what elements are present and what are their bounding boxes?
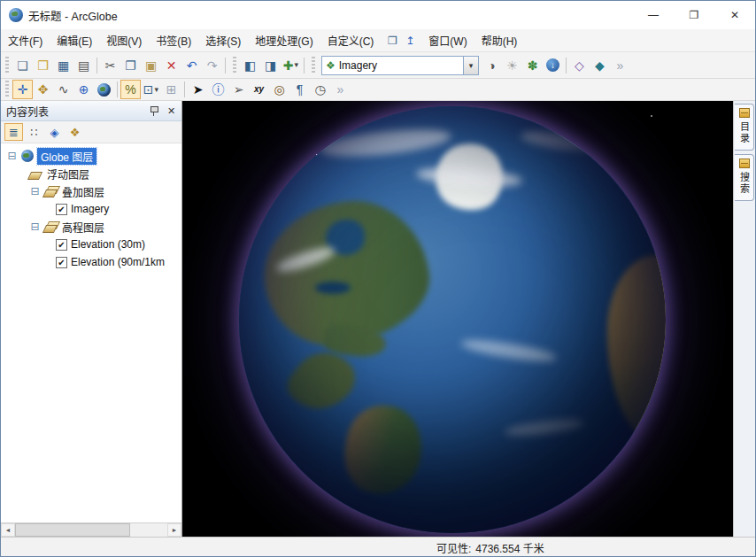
pan-tool-icon[interactable]: ✥ bbox=[33, 80, 53, 99]
chevron-down-icon: ▾ bbox=[155, 86, 159, 94]
menu-window[interactable]: 窗口(W) bbox=[421, 29, 474, 51]
scrollbar-track[interactable] bbox=[15, 523, 167, 537]
up-arrow-icon[interactable]: ↥ bbox=[402, 33, 418, 49]
menu-view[interactable]: 视图(V) bbox=[99, 29, 149, 51]
swipe-icon[interactable]: ◇ bbox=[569, 56, 590, 75]
tree-row-floating-layers[interactable]: 浮动图层 bbox=[1, 165, 181, 182]
toolbar-separator bbox=[184, 81, 185, 97]
menu-geoprocessing[interactable]: 地理处理(G) bbox=[248, 29, 320, 51]
toc-close-button[interactable]: ✕ bbox=[164, 104, 179, 119]
save-icon[interactable]: ▦ bbox=[53, 56, 73, 75]
viewer-3d-icon[interactable]: ◨ bbox=[260, 56, 281, 75]
elevation-layers-label[interactable]: 高程图层 bbox=[62, 220, 104, 235]
new-document-icon[interactable]: ❏ bbox=[12, 56, 33, 75]
menu-help[interactable]: 帮助(H) bbox=[474, 29, 525, 51]
center-target-icon[interactable]: ⊕ bbox=[73, 80, 94, 99]
paste-special-icon[interactable]: ❐ bbox=[384, 33, 400, 49]
elevation-90m-label[interactable]: Elevation (90m/1km bbox=[71, 256, 165, 268]
collapse-icon[interactable]: ⊟ bbox=[29, 185, 41, 197]
visibility-readout: 可见性: 4736.554 千米 bbox=[436, 540, 544, 555]
list-by-visibility-icon[interactable]: ◈ bbox=[45, 123, 64, 141]
magnifier-window-button[interactable]: ⊡ ▾ bbox=[141, 80, 161, 99]
menu-selection[interactable]: 选择(S) bbox=[198, 29, 248, 51]
maximize-button[interactable]: ❐ bbox=[674, 1, 714, 29]
floating-layers-label[interactable]: 浮动图层 bbox=[47, 166, 89, 182]
standard-toolbar: ❏ ❒ ▦ ▤ ✂ ❐ ▣ ✕ ↶ ↷ ◧ ◨ ✚ ▾ ❖ Imagery ▾ … bbox=[1, 52, 755, 79]
layers-icon: ❖ bbox=[326, 59, 336, 72]
tree-row-elevation-30m[interactable]: ✔ Elevation (30m) bbox=[1, 236, 181, 253]
flicker-icon[interactable]: ◆ bbox=[590, 56, 610, 75]
minimize-button[interactable]: — bbox=[633, 1, 674, 29]
open-folder-icon[interactable]: ❒ bbox=[33, 56, 53, 75]
viewer-box-icon[interactable]: ⊞ bbox=[161, 80, 181, 99]
collapse-icon[interactable]: ⊟ bbox=[6, 150, 18, 162]
imagery-label[interactable]: Imagery bbox=[71, 203, 109, 215]
toolbar-overflow-icon[interactable]: » bbox=[610, 56, 630, 75]
toolbar-grip[interactable] bbox=[233, 57, 236, 74]
redo-icon[interactable]: ↷ bbox=[202, 56, 222, 75]
layer-combo[interactable]: ❖ Imagery ▾ bbox=[321, 56, 479, 75]
menu-edit[interactable]: 编辑(E) bbox=[50, 29, 99, 51]
combo-dropdown-button[interactable]: ▾ bbox=[463, 57, 478, 74]
undo-icon[interactable]: ↶ bbox=[181, 56, 202, 75]
tree-row-globe-layers[interactable]: ⊟ Globe 图层 bbox=[1, 147, 181, 165]
scroll-left-icon[interactable]: ◄ bbox=[1, 523, 15, 537]
go-to-xy-button[interactable]: xy bbox=[249, 80, 269, 99]
print-icon[interactable]: ▤ bbox=[73, 56, 94, 75]
list-by-drawing-order-icon[interactable]: ≣ bbox=[4, 123, 23, 141]
select-elements-icon[interactable]: ➤ bbox=[188, 80, 208, 99]
globe-viewport[interactable] bbox=[182, 101, 733, 537]
time-slider-icon[interactable]: ◷ bbox=[310, 80, 330, 99]
imagery-checkbox[interactable]: ✔ bbox=[56, 204, 67, 215]
tab-catalog[interactable]: 目录 bbox=[735, 104, 754, 151]
viewer-2d-icon[interactable]: ◧ bbox=[240, 56, 260, 75]
delete-icon[interactable]: ✕ bbox=[161, 56, 181, 75]
list-by-selection-icon[interactable]: ❖ bbox=[66, 123, 84, 141]
tab-search[interactable]: 搜索 bbox=[735, 154, 754, 201]
draped-layers-label[interactable]: 叠加图层 bbox=[62, 184, 104, 199]
scroll-right-icon[interactable]: ► bbox=[167, 523, 181, 537]
paste-icon[interactable]: ▣ bbox=[141, 56, 161, 75]
toolbar-grip[interactable] bbox=[312, 57, 315, 74]
menu-bookmarks[interactable]: 书签(B) bbox=[149, 29, 198, 51]
menu-customize[interactable]: 自定义(C) bbox=[320, 29, 382, 51]
scrollbar-thumb[interactable] bbox=[15, 523, 130, 537]
close-button[interactable]: ✕ bbox=[714, 1, 755, 29]
toc-horizontal-scrollbar[interactable]: ◄ ► bbox=[1, 522, 181, 537]
toolbar-separator bbox=[117, 81, 118, 97]
zoom-percent-icon[interactable]: % bbox=[120, 80, 141, 99]
window-title: 无标题 - ArcGlobe bbox=[28, 7, 118, 24]
brightness-icon[interactable]: ☀ bbox=[502, 56, 522, 75]
whats-this-icon[interactable]: ➢ bbox=[228, 80, 249, 99]
auto-hide-pin-button[interactable] bbox=[146, 104, 161, 119]
globe-layers-label[interactable]: Globe 图层 bbox=[37, 148, 96, 165]
toc-title: 内容列表 bbox=[6, 104, 49, 119]
toolbar-grip[interactable] bbox=[5, 57, 9, 74]
find-icon[interactable]: ◎ bbox=[269, 80, 289, 99]
elevation-30m-label[interactable]: Elevation (30m) bbox=[71, 238, 145, 251]
elevation-30m-checkbox[interactable]: ✔ bbox=[56, 239, 67, 251]
toolbar-overflow-icon[interactable]: » bbox=[330, 80, 351, 99]
cut-icon[interactable]: ✂ bbox=[100, 56, 120, 75]
navigate-globe-button[interactable]: ↓ bbox=[543, 56, 563, 75]
add-data-button[interactable]: ✚ ▾ bbox=[281, 56, 301, 75]
tree-row-draped-layers[interactable]: ⊟ 叠加图层 bbox=[1, 182, 181, 200]
title-bar: 无标题 - ArcGlobe — ❐ ✕ bbox=[1, 1, 755, 29]
tree-row-elevation-90m[interactable]: ✔ Elevation (90m/1km bbox=[1, 253, 181, 271]
effects-icon[interactable]: ✽ bbox=[522, 56, 543, 75]
earth-globe bbox=[239, 106, 666, 533]
identify-icon[interactable]: ⓘ bbox=[208, 80, 228, 99]
contrast-icon[interactable]: ◑ bbox=[482, 56, 502, 75]
elevation-90m-checkbox[interactable]: ✔ bbox=[56, 257, 67, 268]
list-by-source-icon[interactable]: ∷ bbox=[25, 123, 43, 141]
html-popup-icon[interactable]: ¶ bbox=[289, 80, 310, 99]
tree-row-imagery[interactable]: ✔ Imagery bbox=[1, 200, 181, 218]
copy-icon[interactable]: ❐ bbox=[120, 56, 141, 75]
navigate-tool-icon[interactable]: ✛ bbox=[12, 80, 33, 99]
menu-file[interactable]: 文件(F) bbox=[1, 29, 50, 51]
tree-row-elevation-layers[interactable]: ⊟ 高程图层 bbox=[1, 218, 181, 236]
full-extent-button[interactable] bbox=[94, 80, 114, 99]
collapse-icon[interactable]: ⊟ bbox=[29, 220, 41, 233]
fly-tool-icon[interactable]: ∿ bbox=[53, 80, 73, 99]
toolbar-grip[interactable] bbox=[5, 81, 9, 98]
